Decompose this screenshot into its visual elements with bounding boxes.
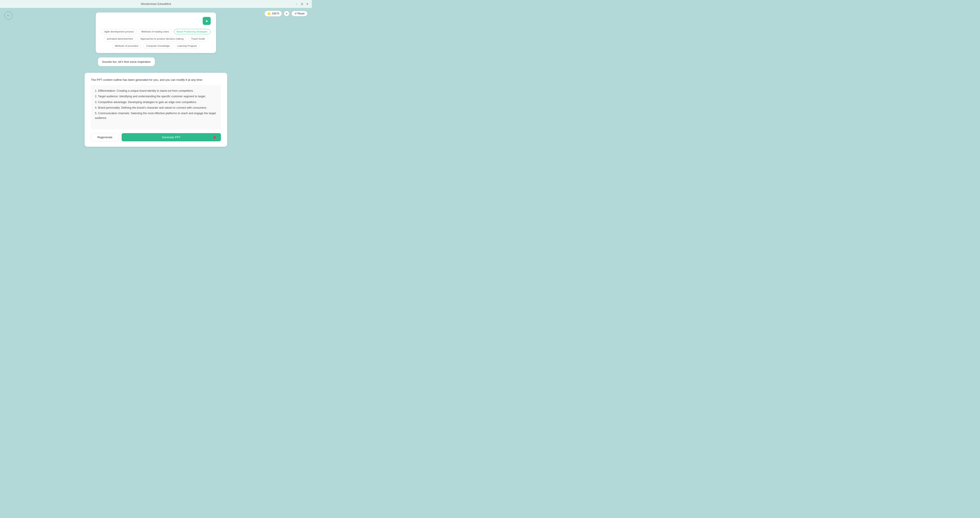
- window-controls: − ⊡ ✕: [295, 2, 309, 6]
- tag-methods-promotion[interactable]: Methods of promotion: [112, 43, 142, 49]
- point-4: 4. Brand personality: Defining the brand…: [95, 105, 217, 110]
- cursor-icon: [214, 135, 216, 139]
- tag-learning-program[interactable]: Learning Program: [174, 43, 200, 49]
- action-buttons: Regenerate Generate PPT: [91, 133, 221, 141]
- input-row: ➤: [101, 17, 211, 25]
- ai-response-header: The PPT content outline has been generat…: [91, 78, 221, 81]
- generate-ppt-button[interactable]: Generate PPT: [122, 133, 221, 141]
- ai-response-content: 1. Differentiation: Creating a unique br…: [91, 85, 221, 130]
- regenerate-button[interactable]: Regenerate: [91, 133, 119, 141]
- close-button[interactable]: ✕: [305, 2, 309, 6]
- ai-response-card: The PPT content outline has been generat…: [84, 73, 227, 147]
- tag-reading-notes[interactable]: Methods of reading notes: [138, 29, 172, 34]
- app-title: Wondershare EdrawMind: [141, 2, 171, 6]
- topic-input[interactable]: [101, 19, 201, 23]
- point-1: 1. Differentiation: Creating a unique br…: [95, 89, 217, 93]
- point-3: 3. Competitive advantage: Developing str…: [95, 100, 217, 105]
- generate-ppt-label: Generate PPT: [162, 135, 180, 139]
- tag-product-decision[interactable]: Approaches to product decision-making: [138, 36, 186, 41]
- tag-travel-guide[interactable]: Travel Guide: [188, 36, 208, 41]
- tag-computer-knowledge[interactable]: Computer Knowledge: [143, 43, 173, 49]
- tag-agile[interactable]: Agile development process: [101, 29, 137, 34]
- point-2: 2. Target audience: Identifying and unde…: [95, 94, 217, 99]
- user-message-text: Sounds fun, let's find some inspiration: [102, 60, 151, 64]
- send-button[interactable]: ➤: [203, 17, 211, 25]
- main-content: ➤ Agile development process Methods of r…: [0, 8, 312, 165]
- tag-brand-positioning[interactable]: Brand Positioning Strategies: [174, 29, 210, 34]
- maximize-button[interactable]: ⊡: [300, 2, 304, 6]
- minimize-button[interactable]: −: [295, 2, 299, 6]
- tag-animated-ad[interactable]: animated advertisement: [104, 36, 136, 41]
- point-5: 5. Communication channels: Selecting the…: [95, 111, 217, 121]
- app-window: Wondershare EdrawMind − ⊡ ✕ ← 🌟 33675 + …: [0, 0, 312, 165]
- title-bar: Wondershare EdrawMind − ⊡ ✕: [0, 0, 312, 8]
- topic-tags-container: Agile development process Methods of rea…: [101, 29, 211, 49]
- topic-suggestion-card: ➤ Agile development process Methods of r…: [96, 13, 216, 53]
- user-message-bubble: Sounds fun, let's find some inspiration: [98, 57, 155, 66]
- send-icon: ➤: [205, 19, 208, 23]
